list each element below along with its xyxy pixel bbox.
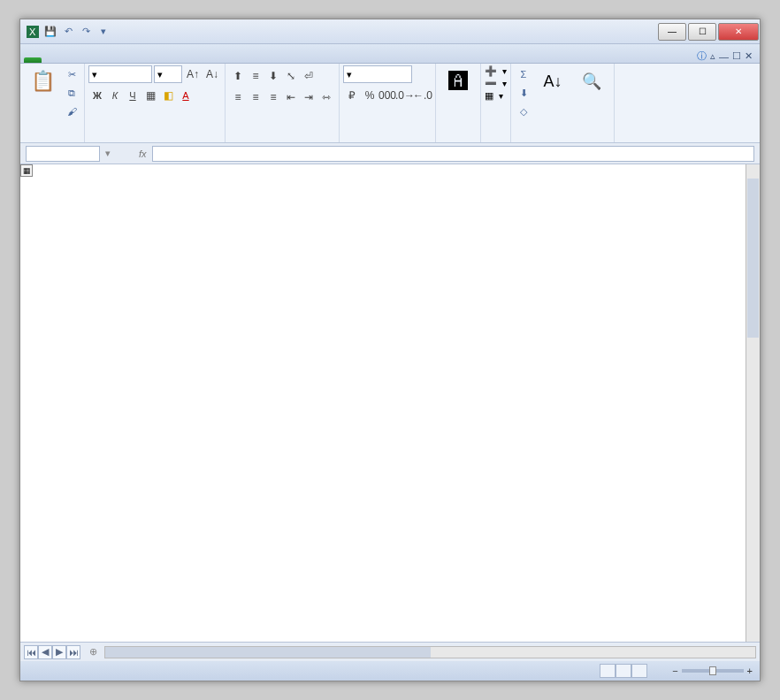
inc-decimal-icon[interactable]: .0→ xyxy=(396,87,414,104)
tab-nav-next-icon[interactable]: ▶ xyxy=(52,645,66,659)
styles-button[interactable]: 🅰 xyxy=(440,65,477,99)
scrollbar-thumb[interactable] xyxy=(105,647,431,658)
page-break-view-icon[interactable] xyxy=(631,664,647,678)
delete-cells-icon: ➖ xyxy=(485,78,497,89)
group-cells: ➕ ▾ ➖ ▾ ▦ ▾ xyxy=(481,64,511,142)
grow-font-icon[interactable]: A↑ xyxy=(184,65,202,83)
autofill-options-icon[interactable]: ▦ xyxy=(20,164,33,177)
worksheet-grid[interactable]: ▦ xyxy=(20,164,760,642)
doc-min-icon[interactable]: — xyxy=(719,51,729,62)
format-cells-icon: ▦ xyxy=(485,90,493,102)
styles-icon: 🅰 xyxy=(444,67,472,95)
merge-icon[interactable]: ⇿ xyxy=(317,88,335,106)
format-cells-button[interactable]: ▦ ▾ xyxy=(485,90,503,102)
number-format-selector[interactable]: ▾ xyxy=(343,65,412,83)
horizontal-scrollbar[interactable] xyxy=(104,646,756,658)
indent-inc-icon[interactable]: ⇥ xyxy=(300,88,317,106)
formula-bar[interactable] xyxy=(152,146,754,162)
redo-icon[interactable]: ↷ xyxy=(79,25,93,39)
page-layout-view-icon[interactable] xyxy=(616,664,631,678)
percent-icon[interactable]: % xyxy=(361,87,379,104)
tab-nav-prev-icon[interactable]: ◀ xyxy=(38,645,52,659)
titlebar: X 💾 ↶ ↷ ▾ — ☐ ✕ xyxy=(20,19,760,44)
italic-icon[interactable]: К xyxy=(106,87,124,104)
help-icon[interactable]: ⓘ xyxy=(697,49,707,63)
zoom-slider[interactable] xyxy=(682,669,744,673)
insert-cells-icon: ➕ xyxy=(485,65,497,77)
formula-bar-row: ▾ fx xyxy=(20,143,760,164)
minimize-ribbon-icon[interactable]: ▵ xyxy=(710,50,715,62)
group-styles: 🅰 xyxy=(436,64,481,142)
wrap-text-icon[interactable]: ⏎ xyxy=(300,67,317,85)
align-left-icon[interactable]: ≡ xyxy=(229,88,247,106)
save-icon[interactable]: 💾 xyxy=(43,25,57,39)
find-select-button[interactable]: 🔍 xyxy=(573,65,610,99)
svg-text:X: X xyxy=(29,27,36,37)
sort-filter-icon: A↓ xyxy=(539,67,567,95)
status-bar: − + xyxy=(20,661,760,681)
tab-nav-first-icon[interactable]: ⏮ xyxy=(24,645,38,659)
indent-dec-icon[interactable]: ⇤ xyxy=(282,88,300,106)
copy-icon[interactable]: ⧉ xyxy=(63,84,80,102)
name-box[interactable] xyxy=(26,146,100,162)
scrollbar-thumb[interactable] xyxy=(747,179,759,338)
bold-icon[interactable]: Ж xyxy=(88,87,106,104)
group-alignment: ⬆ ≡ ⬇ ⤡ ⏎ ≡ ≡ ≡ ⇤ ⇥ ⇿ xyxy=(226,64,340,142)
cut-icon[interactable]: ✂ xyxy=(63,65,80,83)
autosum-icon[interactable]: Σ xyxy=(515,65,532,83)
minimize-button[interactable]: — xyxy=(658,23,686,41)
comma-icon[interactable]: 000 xyxy=(379,87,396,104)
group-editing: Σ ⬇ ◇ A↓ 🔍 xyxy=(511,64,615,142)
new-sheet-icon[interactable]: ⊕ xyxy=(89,646,97,658)
font-name-selector[interactable]: ▾ xyxy=(88,65,152,83)
clear-icon[interactable]: ◇ xyxy=(515,103,532,120)
delete-cells-button[interactable]: ➖ ▾ xyxy=(485,78,507,89)
namebox-dropdown-icon[interactable]: ▾ xyxy=(105,148,111,159)
tab-nav-last-icon[interactable]: ⏭ xyxy=(66,645,80,659)
quick-access-toolbar: X 💾 ↶ ↷ ▾ xyxy=(20,25,116,39)
qat-dropdown-icon[interactable]: ▾ xyxy=(96,25,111,39)
maximize-button[interactable]: ☐ xyxy=(688,23,716,41)
view-buttons xyxy=(600,664,647,678)
align-center-icon[interactable]: ≡ xyxy=(247,88,264,106)
vertical-scrollbar[interactable] xyxy=(746,164,760,642)
ribbon: 📋 ✂ ⧉ 🖌 ▾ ▾ A↑ A↓ Ж xyxy=(20,64,760,143)
font-color-icon[interactable]: A xyxy=(177,87,195,104)
zoom-out-icon[interactable]: − xyxy=(672,666,677,676)
excel-window: X 💾 ↶ ↷ ▾ — ☐ ✕ ⓘ ▵ — ☐ ✕ 📋 xyxy=(19,19,761,681)
underline-icon[interactable]: Ч xyxy=(124,87,141,104)
align-top-icon[interactable]: ⬆ xyxy=(229,67,247,85)
fill-icon[interactable]: ⬇ xyxy=(515,84,532,102)
fx-icon[interactable]: fx xyxy=(139,148,147,159)
ribbon-tabs: ⓘ ▵ — ☐ ✕ xyxy=(20,44,760,64)
currency-icon[interactable]: ₽ xyxy=(343,87,361,104)
align-right-icon[interactable]: ≡ xyxy=(264,88,282,106)
doc-restore-icon[interactable]: ☐ xyxy=(732,50,741,62)
ribbon-right: ⓘ ▵ — ☐ ✕ xyxy=(693,49,756,63)
paste-button[interactable]: 📋 xyxy=(24,65,61,99)
group-clipboard: 📋 ✂ ⧉ 🖌 xyxy=(20,64,85,142)
group-number: ▾ ₽ % 000 .0→ ←.0 xyxy=(340,64,436,142)
zoom-in-icon[interactable]: + xyxy=(747,666,753,676)
border-icon[interactable]: ▦ xyxy=(141,87,159,104)
font-size-selector[interactable]: ▾ xyxy=(154,65,182,83)
normal-view-icon[interactable] xyxy=(600,664,616,678)
close-button[interactable]: ✕ xyxy=(718,23,759,41)
orientation-icon[interactable]: ⤡ xyxy=(282,67,300,85)
doc-close-icon[interactable]: ✕ xyxy=(745,50,753,62)
zoom-control: − + xyxy=(672,666,753,676)
format-painter-icon[interactable]: 🖌 xyxy=(63,103,80,120)
dec-decimal-icon[interactable]: ←.0 xyxy=(414,87,432,104)
undo-icon[interactable]: ↶ xyxy=(61,25,75,39)
excel-icon: X xyxy=(26,25,40,39)
shrink-font-icon[interactable]: A↓ xyxy=(203,65,221,83)
fill-color-icon[interactable]: ◧ xyxy=(159,87,177,104)
insert-cells-button[interactable]: ➕ ▾ xyxy=(485,65,507,77)
file-tab[interactable] xyxy=(24,57,42,63)
sort-filter-button[interactable]: A↓ xyxy=(534,65,571,99)
align-middle-icon[interactable]: ≡ xyxy=(247,67,264,85)
sheet-tab-bar: ⏮ ◀ ▶ ⏭ ⊕ xyxy=(20,642,760,661)
align-bottom-icon[interactable]: ⬇ xyxy=(264,67,282,85)
paste-icon: 📋 xyxy=(28,67,57,95)
group-font: ▾ ▾ A↑ A↓ Ж К Ч ▦ ◧ A xyxy=(85,64,226,142)
